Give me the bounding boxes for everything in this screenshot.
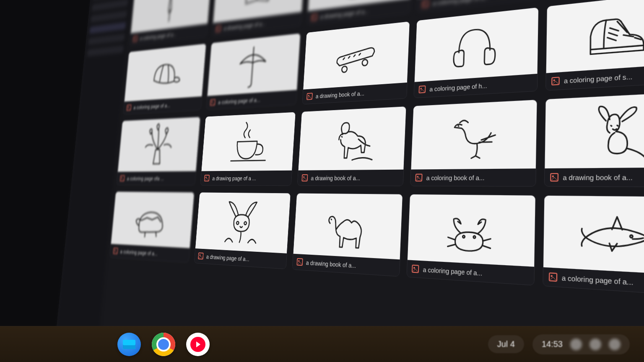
gallery-card[interactable]: a drawing page of a... <box>194 192 291 269</box>
image-icon <box>296 258 303 266</box>
sidebar-item[interactable] <box>88 34 125 45</box>
gallery-card[interactable]: a drawing page of a... <box>307 0 413 26</box>
image-icon <box>551 77 560 85</box>
gallery-card[interactable]: a drawing book of a... <box>544 91 644 187</box>
card-caption: a drawing page of a... <box>223 20 266 31</box>
youtube-music-app-icon[interactable] <box>186 333 210 356</box>
card-caption: a coloring page of a... <box>218 96 261 105</box>
image-icon <box>198 252 204 259</box>
card-caption: a drawing book of a... <box>311 174 361 181</box>
card-caption: a coloring page of a... <box>433 0 490 7</box>
image-icon <box>422 0 429 8</box>
thumbnail-roadrunner-bird <box>411 100 537 169</box>
card-caption: a drawing book of a... <box>306 259 356 269</box>
image-icon <box>306 93 313 100</box>
image-icon <box>113 248 118 254</box>
image-icon <box>550 173 558 181</box>
card-caption: a drawing book of a... <box>316 90 365 99</box>
gallery-card[interactable]: a coloring page of a... <box>123 43 206 114</box>
gallery-card[interactable]: a coloring book of a... <box>410 99 537 186</box>
thumbnail-fennec-fox <box>195 192 290 253</box>
image-icon <box>419 85 426 93</box>
card-caption: a coloring page of a... <box>562 274 634 287</box>
gallery-card[interactable]: a coloring page of a... <box>206 33 301 110</box>
image-icon <box>127 104 132 111</box>
image-icon <box>311 14 317 21</box>
card-caption: a drawing page of a... <box>320 8 369 20</box>
battery-icon <box>609 339 621 350</box>
card-caption: a coloring page of a... <box>133 102 171 110</box>
card-caption: a drawing book of a... <box>563 173 632 181</box>
taskbar-date: Jul 4 <box>497 339 515 349</box>
thumbnail-crab <box>408 194 535 267</box>
card-caption: a coloring page of a... <box>140 31 177 41</box>
thumbnail-headphones <box>415 8 538 82</box>
gallery-card[interactable]: a drawing book of a... <box>297 106 406 186</box>
thumbnail-flowers <box>118 117 200 172</box>
chrome-app-icon[interactable] <box>152 333 175 356</box>
gallery-card[interactable]: a drawing book of a... <box>302 21 410 104</box>
card-caption: a drawing page of a ... <box>212 175 257 181</box>
card-caption: a coloring page of h... <box>429 82 487 93</box>
thumbnail-camel <box>293 194 402 260</box>
image-icon <box>204 175 210 181</box>
image-icon <box>210 99 216 106</box>
thumbnail-ram <box>298 106 406 170</box>
thumbnail-cap <box>125 44 206 101</box>
sidebar-item[interactable] <box>89 22 126 34</box>
gallery-card[interactable]: a coloring page of s... <box>545 0 644 91</box>
card-caption: a coloring page of s... <box>564 72 632 85</box>
thumbnail-umbrella <box>208 34 300 96</box>
image-icon <box>301 174 308 181</box>
image-icon <box>412 265 419 273</box>
sidebar-item[interactable] <box>92 0 128 11</box>
gallery-card[interactable]: a coloring page of a... <box>109 191 195 263</box>
gallery-card[interactable]: a coloring page of h... <box>413 7 538 98</box>
card-caption: a drawing page of a... <box>206 253 250 262</box>
gallery-grid: a coloring page of a... a drawing page o… <box>109 0 644 296</box>
card-caption: a coloring book of a... <box>426 173 484 181</box>
gallery-card[interactable]: a drawing book of a... <box>292 193 403 277</box>
image-icon <box>415 174 422 182</box>
gallery-panel: a coloring page of a... a drawing page o… <box>99 0 644 362</box>
card-caption: a coloring page of a... <box>120 248 158 256</box>
image-icon <box>216 26 221 32</box>
gallery-card[interactable]: a coloring page of a... <box>407 194 536 286</box>
image-icon <box>120 175 125 181</box>
thumbnail-sneaker <box>546 0 644 73</box>
thumbnail-shark <box>543 196 644 276</box>
notification-icon <box>570 339 582 350</box>
card-caption: a coloring page ofa ... <box>127 175 164 181</box>
wifi-icon <box>589 339 601 350</box>
thumbnail-jerboa <box>545 92 644 168</box>
gallery-card[interactable]: a drawing page of a ... <box>200 112 296 186</box>
card-caption: a coloring page of a... <box>423 266 482 277</box>
files-app-icon[interactable] <box>117 333 141 356</box>
app-window: a coloring page of a... a drawing page o… <box>56 0 644 362</box>
image-icon <box>548 272 557 282</box>
gallery-card[interactable]: a drawing page of a... <box>212 0 305 36</box>
sidebar-item[interactable] <box>91 10 127 23</box>
date-pill[interactable]: Jul 4 <box>488 335 524 353</box>
taskbar-time: 14:53 <box>542 339 563 349</box>
gallery-card[interactable]: a coloring page of a... <box>543 195 644 296</box>
sidebar-item[interactable] <box>87 45 124 56</box>
status-tray[interactable]: 14:53 <box>532 334 630 354</box>
gallery-card[interactable]: a coloring page of a... <box>130 0 212 46</box>
taskbar: Jul 4 14:53 <box>0 326 644 362</box>
thumbnail-skateboard <box>303 21 410 89</box>
thumbnail-tortoise <box>111 192 195 248</box>
image-icon <box>133 36 138 42</box>
thumbnail-coffee-cup <box>202 112 296 171</box>
gallery-card[interactable]: a coloring page ofa ... <box>116 116 200 185</box>
